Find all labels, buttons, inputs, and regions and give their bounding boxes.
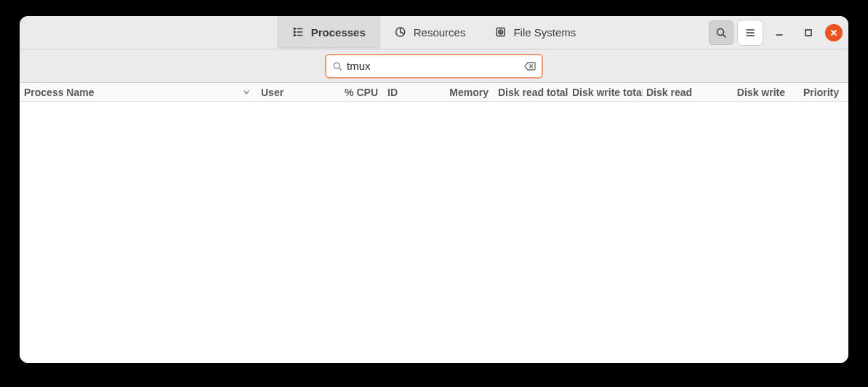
column-disk-write-total[interactable]: Disk write total	[569, 83, 643, 101]
column-disk-read-total-label: Disk read total	[498, 87, 568, 98]
column-priority-label: Priority	[803, 87, 839, 98]
column-memory-label: Memory	[449, 87, 489, 98]
maximize-button[interactable]	[796, 20, 821, 45]
close-button[interactable]	[825, 24, 843, 41]
column-priority[interactable]: Priority	[792, 83, 848, 101]
column-disk-write-total-label: Disk write total	[572, 87, 643, 98]
tab-resources[interactable]: Resources	[380, 16, 481, 49]
backspace-clear-icon	[524, 61, 536, 71]
column-process-name-label: Process Name	[24, 87, 95, 98]
hamburger-menu-button[interactable]	[738, 20, 763, 45]
processes-icon	[292, 26, 304, 38]
clear-search-button[interactable]	[524, 61, 536, 71]
search-input[interactable]	[347, 60, 520, 72]
search-icon	[715, 27, 727, 39]
svg-point-2	[294, 31, 295, 33]
column-cpu[interactable]: % CPU	[326, 83, 385, 101]
header-controls	[709, 16, 843, 49]
search-box-icon	[332, 61, 342, 71]
resources-icon	[395, 26, 406, 38]
sort-indicator-icon	[243, 89, 250, 96]
svg-line-20	[339, 68, 341, 70]
column-id-label: ID	[387, 87, 398, 98]
hamburger-icon	[744, 27, 756, 39]
tab-processes[interactable]: Processes	[278, 16, 380, 49]
column-disk-write[interactable]: Disk write	[718, 83, 792, 101]
tab-processes-label: Processes	[311, 26, 366, 39]
search-bar	[20, 49, 848, 83]
column-cpu-label: % CPU	[345, 87, 378, 98]
minimize-icon	[774, 28, 784, 38]
close-icon	[830, 29, 837, 36]
column-user-label: User	[261, 87, 284, 98]
header-bar: Processes Resources File Systems	[20, 16, 848, 49]
view-tabs: Processes Resources File Systems	[278, 16, 591, 49]
column-disk-read[interactable]: Disk read	[643, 83, 718, 101]
svg-rect-16	[805, 30, 811, 36]
search-button[interactable]	[709, 20, 734, 45]
tab-filesystems-label: File Systems	[513, 26, 576, 39]
minimize-button[interactable]	[767, 20, 792, 45]
process-table-body	[20, 102, 848, 363]
column-memory[interactable]: Memory	[428, 83, 495, 101]
maximize-icon	[803, 28, 813, 38]
svg-line-11	[723, 34, 726, 37]
column-user[interactable]: User	[258, 83, 326, 101]
column-header-row: Process Name User % CPU ID Memory Disk r…	[20, 83, 848, 102]
filesystems-icon	[494, 26, 506, 38]
tab-resources-label: Resources	[414, 26, 466, 39]
svg-point-4	[294, 35, 295, 36]
column-process-name[interactable]: Process Name	[20, 83, 258, 101]
search-box	[325, 54, 543, 79]
column-disk-write-label: Disk write	[737, 87, 785, 98]
column-id[interactable]: ID	[385, 83, 428, 101]
svg-point-0	[294, 28, 295, 30]
column-disk-read-total[interactable]: Disk read total	[495, 83, 569, 101]
svg-point-9	[500, 31, 502, 33]
system-monitor-window: Processes Resources File Systems	[20, 16, 848, 363]
tab-filesystems[interactable]: File Systems	[480, 16, 590, 49]
column-disk-read-label: Disk read	[646, 87, 692, 98]
